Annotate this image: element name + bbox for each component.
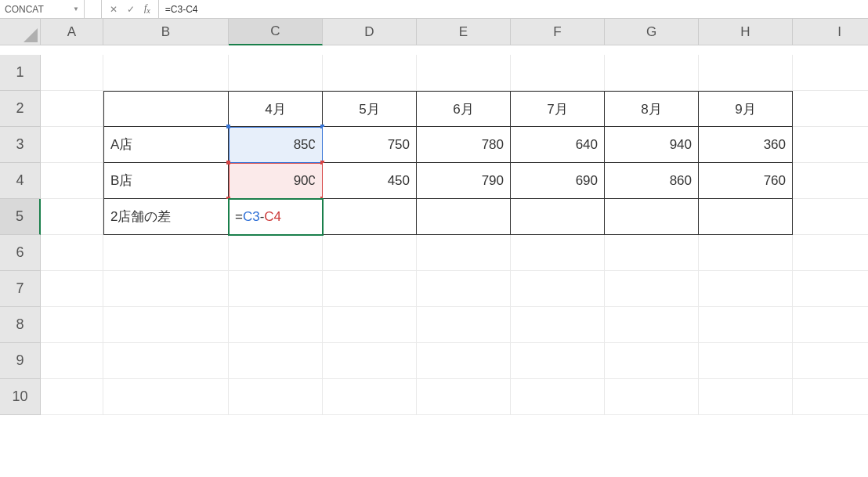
cell-C7[interactable] [229,271,323,307]
cell-E8[interactable] [417,307,511,343]
col-header-D[interactable]: D [323,19,417,45]
row-header-9[interactable]: 9 [0,343,41,379]
cell-E2[interactable]: 6月 [417,91,511,127]
cell-I1[interactable] [793,55,868,91]
cell-F1[interactable] [511,55,605,91]
cell-H1[interactable] [699,55,793,91]
cell-C1[interactable] [229,55,323,91]
cell-B3[interactable]: A店 [103,127,229,163]
cell-C3[interactable]: 850 [229,127,323,163]
cell-H10[interactable] [699,379,793,415]
cell-F2[interactable]: 7月 [511,91,605,127]
select-all-corner[interactable] [0,19,41,45]
cell-E1[interactable] [417,55,511,91]
selection-handle-icon[interactable] [226,161,230,164]
cell-D6[interactable] [323,235,417,271]
cell-H3[interactable]: 360 [699,127,793,163]
selection-handle-icon[interactable] [226,125,230,128]
cell-D10[interactable] [323,379,417,415]
cell-G9[interactable] [605,343,699,379]
cell-G10[interactable] [605,379,699,415]
cell-H8[interactable] [699,307,793,343]
cell-C8[interactable] [229,307,323,343]
accept-icon[interactable]: ✓ [127,4,135,15]
cell-G1[interactable] [605,55,699,91]
cell-H5[interactable] [699,199,793,235]
cell-D4[interactable]: 450 [323,163,417,199]
cell-C5[interactable]: =C3-C4 [229,199,323,235]
cell-I8[interactable] [793,307,868,343]
cell-A5[interactable] [41,199,103,235]
cell-G6[interactable] [605,235,699,271]
cell-A10[interactable] [41,379,103,415]
cell-H7[interactable] [699,271,793,307]
cell-C4[interactable]: 900 [229,163,323,199]
cell-E3[interactable]: 780 [417,127,511,163]
cell-B9[interactable] [103,343,229,379]
row-header-2[interactable]: 2 [0,91,41,127]
cell-A9[interactable] [41,343,103,379]
cell-I5[interactable] [793,199,868,235]
row-header-7[interactable]: 7 [0,271,41,307]
cell-I9[interactable] [793,343,868,379]
cell-E5[interactable] [417,199,511,235]
cell-D9[interactable] [323,343,417,379]
row-header-4[interactable]: 4 [0,163,41,199]
cell-B8[interactable] [103,307,229,343]
cell-I3[interactable] [793,127,868,163]
cell-F7[interactable] [511,271,605,307]
cell-G4[interactable]: 860 [605,163,699,199]
cell-A7[interactable] [41,271,103,307]
cell-D8[interactable] [323,307,417,343]
cell-F5[interactable] [511,199,605,235]
row-header-1[interactable]: 1 [0,55,41,91]
cell-H6[interactable] [699,235,793,271]
cell-C2[interactable]: 4月 [229,91,323,127]
cell-B1[interactable] [103,55,229,91]
col-header-A[interactable]: A [41,19,103,45]
cell-I2[interactable] [793,91,868,127]
fx-icon[interactable]: fx [144,2,150,15]
cell-A3[interactable] [41,127,103,163]
cell-A1[interactable] [41,55,103,91]
cell-D2[interactable]: 5月 [323,91,417,127]
cell-H4[interactable]: 760 [699,163,793,199]
cell-E6[interactable] [417,235,511,271]
cell-I7[interactable] [793,271,868,307]
cell-G5[interactable] [605,199,699,235]
col-header-H[interactable]: H [699,19,793,45]
cell-B5[interactable]: 2店舗の差 [103,199,229,235]
cell-E10[interactable] [417,379,511,415]
cell-D3[interactable]: 750 [323,127,417,163]
col-header-G[interactable]: G [605,19,699,45]
cell-B6[interactable] [103,235,229,271]
cell-G8[interactable] [605,307,699,343]
cell-F8[interactable] [511,307,605,343]
cell-G2[interactable]: 8月 [605,91,699,127]
spreadsheet-grid[interactable]: A B C D E F G H I 1 2 4月 5月 6月 7月 8月 9月 … [0,19,868,415]
cell-A8[interactable] [41,307,103,343]
row-header-8[interactable]: 8 [0,307,41,343]
cell-H2[interactable]: 9月 [699,91,793,127]
row-header-5[interactable]: 5 [0,199,41,235]
cell-C9[interactable] [229,343,323,379]
cell-I6[interactable] [793,235,868,271]
cell-C10[interactable] [229,379,323,415]
chevron-down-icon[interactable]: ▼ [73,5,79,13]
col-header-I[interactable]: I [793,19,868,45]
cell-D1[interactable] [323,55,417,91]
cell-I4[interactable] [793,163,868,199]
name-box[interactable]: CONCAT ▼ [0,0,85,18]
cell-I10[interactable] [793,379,868,415]
cell-A4[interactable] [41,163,103,199]
cell-B7[interactable] [103,271,229,307]
cell-D7[interactable] [323,271,417,307]
cell-C6[interactable] [229,235,323,271]
col-header-F[interactable]: F [511,19,605,45]
col-header-B[interactable]: B [103,19,229,45]
row-header-10[interactable]: 10 [0,379,41,415]
cell-A6[interactable] [41,235,103,271]
col-header-E[interactable]: E [417,19,511,45]
cell-B10[interactable] [103,379,229,415]
cell-E9[interactable] [417,343,511,379]
